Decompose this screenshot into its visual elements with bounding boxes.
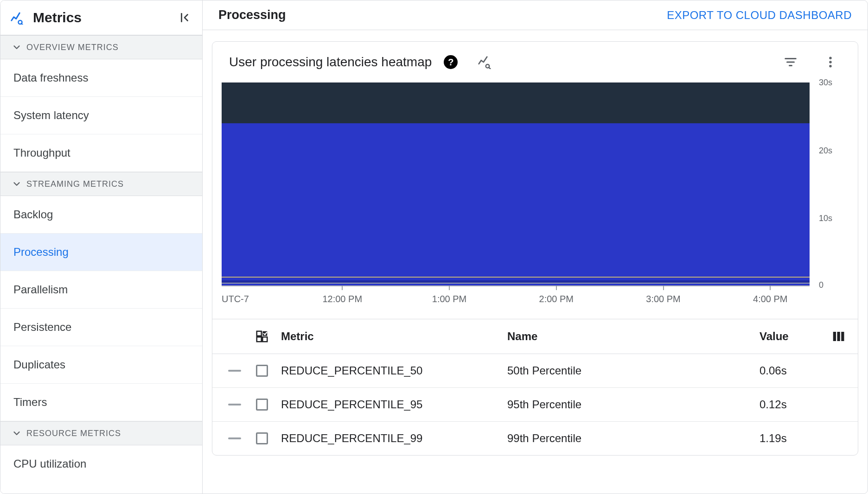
svg-rect-16 [841, 332, 844, 341]
cell-metric: REDUCE_PERCENTILE_95 [281, 398, 499, 411]
x-tick-mark [342, 285, 343, 290]
drag-handle[interactable] [226, 370, 243, 372]
y-tick: 30s [819, 78, 832, 88]
sidebar-section-overview[interactable]: OVERVIEW METRICS [0, 35, 202, 59]
x-tick: 4:00 PM [753, 294, 787, 304]
metrics-explorer-icon[interactable] [477, 55, 491, 69]
sidebar-item-processing[interactable]: Processing [0, 234, 202, 271]
cell-name: 50th Percentile [507, 364, 751, 377]
col-value[interactable]: Value [760, 330, 820, 343]
svg-rect-14 [833, 332, 836, 341]
sidebar-item-timers[interactable]: Timers [0, 384, 202, 421]
heatmap-band-high [222, 82, 810, 123]
chevron-down-icon [12, 179, 22, 189]
chart-card: User processing latencies heatmap ? [212, 41, 858, 456]
svg-point-7 [829, 57, 832, 60]
sidebar-item-label: Parallelism [13, 283, 68, 296]
help-icon[interactable]: ? [444, 55, 458, 69]
svg-rect-12 [257, 337, 262, 342]
cell-name: 95th Percentile [507, 398, 751, 411]
sidebar-item-label: Data freshness [13, 71, 88, 84]
x-tick-mark [556, 285, 557, 290]
sidebar-item-label: Throughput [13, 146, 70, 159]
chevron-down-icon [12, 42, 22, 52]
sidebar-section-label: OVERVIEW METRICS [26, 43, 119, 52]
x-tick: 12:00 PM [322, 294, 362, 304]
sidebar-item-label: Timers [13, 396, 47, 408]
select-all-icon[interactable] [251, 329, 273, 343]
metrics-table: Metric Name Value REDUCE_PERCENTILE_50 5… [212, 319, 858, 455]
y-tick: 20s [819, 146, 832, 155]
table-row: REDUCE_PERCENTILE_95 95th Percentile 0.1… [212, 388, 858, 422]
x-tick: 1:00 PM [432, 294, 466, 304]
x-tick: 2:00 PM [539, 294, 574, 304]
percentile-line [222, 277, 810, 278]
sidebar-section-streaming[interactable]: STREAMING METRICS [0, 172, 202, 196]
sidebar-item-label: Duplicates [13, 358, 65, 371]
metrics-icon [10, 11, 24, 25]
card-title: User processing latencies heatmap [229, 55, 432, 70]
cell-value: 1.19s [760, 432, 820, 445]
more-options-icon[interactable] [823, 55, 837, 69]
sidebar-section-resource[interactable]: RESOURCE METRICS [0, 421, 202, 445]
table-row: REDUCE_PERCENTILE_50 50th Percentile 0.0… [212, 354, 858, 388]
sidebar-header: Metrics [0, 0, 202, 35]
col-name[interactable]: Name [507, 330, 751, 343]
row-checkbox[interactable] [251, 365, 273, 377]
table-row: REDUCE_PERCENTILE_99 99th Percentile 1.1… [212, 422, 858, 455]
cell-value: 0.06s [760, 364, 820, 377]
svg-rect-15 [837, 332, 840, 341]
sidebar-item-data-freshness[interactable]: Data freshness [0, 59, 202, 97]
x-tick: 3:00 PM [646, 294, 680, 304]
sidebar-item-system-latency[interactable]: System latency [0, 97, 202, 134]
table-header: Metric Name Value [212, 319, 858, 354]
row-checkbox[interactable] [251, 432, 273, 444]
svg-point-8 [829, 61, 832, 63]
x-tick-mark [449, 285, 450, 290]
export-button[interactable]: EXPORT TO CLOUD DASHBOARD [667, 9, 852, 22]
col-metric[interactable]: Metric [281, 330, 499, 343]
sidebar-item-label: CPU utilization [13, 457, 86, 470]
cell-value: 0.12s [760, 398, 820, 411]
main: Processing EXPORT TO CLOUD DASHBOARD Use… [203, 0, 868, 494]
sidebar-item-label: Backlog [13, 208, 53, 221]
x-axis: UTC-7 12:00 PM 1:00 PM 2:00 PM 3:00 PM 4… [222, 291, 841, 310]
sidebar-title: Metrics [33, 10, 178, 25]
svg-rect-10 [257, 331, 262, 336]
page-title: Processing [218, 8, 286, 22]
content: User processing latencies heatmap ? [203, 30, 868, 494]
filter-icon[interactable] [784, 55, 798, 69]
chart: 30s 20s 10s 0 UTC-7 12:00 PM 1:00 PM [212, 82, 858, 310]
timezone-label: UTC-7 [222, 294, 249, 304]
sidebar-item-throughput[interactable]: Throughput [0, 134, 202, 172]
sidebar-item-persistence[interactable]: Persistence [0, 309, 202, 346]
sidebar-item-label: Processing [13, 246, 69, 258]
cell-metric: REDUCE_PERCENTILE_50 [281, 364, 499, 377]
drag-handle[interactable] [226, 437, 243, 439]
collapse-sidebar-button[interactable] [178, 11, 191, 24]
card-header: User processing latencies heatmap ? [212, 42, 858, 82]
sidebar-item-duplicates[interactable]: Duplicates [0, 346, 202, 384]
y-tick: 10s [819, 214, 832, 223]
x-tick-mark [770, 285, 771, 290]
row-checkbox[interactable] [251, 399, 273, 411]
sidebar-item-cpu-utilization[interactable]: CPU utilization [0, 445, 202, 482]
sidebar-item-parallelism[interactable]: Parallelism [0, 271, 202, 309]
cell-metric: REDUCE_PERCENTILE_99 [281, 432, 499, 445]
chevron-down-icon [12, 428, 22, 438]
x-tick-mark [663, 285, 664, 290]
sidebar-item-label: Persistence [13, 321, 71, 333]
chart-plot[interactable] [222, 82, 810, 286]
main-header: Processing EXPORT TO CLOUD DASHBOARD [203, 0, 868, 30]
sidebar-section-label: RESOURCE METRICS [26, 429, 121, 438]
column-selector-icon[interactable] [828, 329, 849, 343]
heatmap-band-main [222, 123, 810, 285]
sidebar: Metrics OVERVIEW METRICS Data freshness … [0, 0, 203, 494]
y-tick: 0 [819, 280, 823, 290]
drag-handle[interactable] [226, 404, 243, 405]
cell-name: 99th Percentile [507, 432, 751, 445]
svg-rect-13 [262, 337, 267, 342]
sidebar-section-label: STREAMING METRICS [26, 179, 124, 189]
sidebar-item-backlog[interactable]: Backlog [0, 196, 202, 234]
y-axis: 30s 20s 10s 0 [816, 82, 841, 286]
